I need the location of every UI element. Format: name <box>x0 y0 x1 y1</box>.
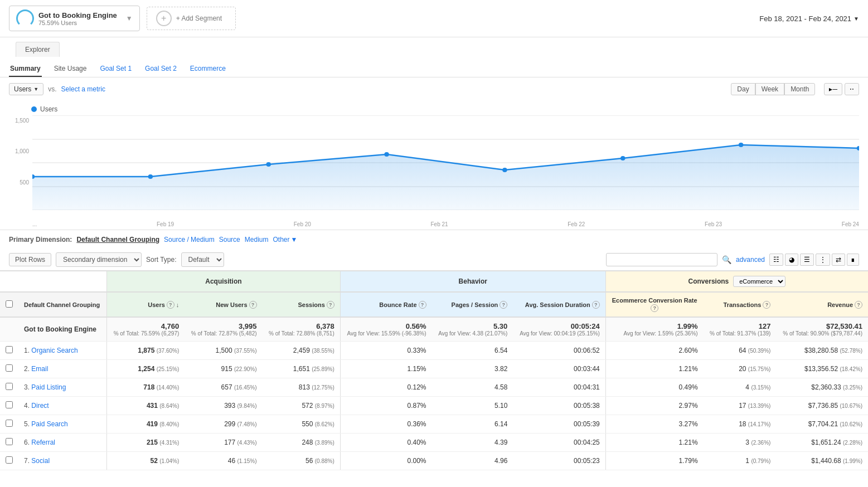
tab-summary[interactable]: Summary <box>9 61 42 77</box>
tab-goal-set-2[interactable]: Goal Set 2 <box>144 61 178 77</box>
channel-grouping-header: Default Channel Grouping <box>18 292 107 317</box>
chart-container: Users 1,500 1,000 500 <box>0 101 868 230</box>
select-metric-link[interactable]: Select a metric <box>61 85 105 93</box>
row5-checkbox-cell[interactable] <box>0 415 18 434</box>
svg-point-10 <box>502 168 507 172</box>
grid-view-button[interactable]: ☷ <box>769 254 783 266</box>
bounce-help-icon[interactable]: ? <box>419 301 426 309</box>
dim-default-channel[interactable]: Default Channel Grouping <box>76 236 159 244</box>
x-label-feb22: Feb 22 <box>568 221 585 227</box>
pivot-view-button[interactable]: ⋮ <box>816 254 830 266</box>
table-row: 2. Email 1,254 (25.15%) 915 (22.90%) 1,6… <box>0 360 868 378</box>
dim-source[interactable]: Source <box>219 236 240 244</box>
dim-medium[interactable]: Medium <box>245 236 269 244</box>
week-button[interactable]: Week <box>755 83 784 95</box>
table-view-button[interactable]: ∎ <box>847 254 859 266</box>
row5-checkbox[interactable] <box>6 420 13 427</box>
row3-checkbox[interactable] <box>6 383 13 390</box>
row6-avg-session: 00:04:25 <box>513 434 605 452</box>
row5-users: 419 (8.40%) <box>107 415 185 434</box>
row6-checkbox[interactable] <box>6 438 13 445</box>
pie-view-button[interactable]: ◕ <box>785 254 798 266</box>
row1-checkbox-cell[interactable] <box>0 342 18 360</box>
bounce-rate-header: Bounce Rate ? <box>340 292 431 317</box>
row7-checkbox[interactable] <box>6 456 13 464</box>
tab-ecommerce[interactable]: Ecommerce <box>189 61 227 77</box>
row2-checkbox[interactable] <box>6 364 13 372</box>
dim-other[interactable]: Other ▼ <box>273 236 297 244</box>
users-help-icon[interactable]: ? <box>167 301 174 309</box>
tab-site-usage[interactable]: Site Usage <box>53 61 88 77</box>
line-chart-button[interactable]: ▸─ <box>824 83 842 95</box>
advanced-link[interactable]: advanced <box>736 256 765 264</box>
secondary-dimension-select[interactable]: Secondary dimension <box>56 252 142 267</box>
search-icon[interactable]: 🔍 <box>722 255 731 264</box>
month-button[interactable]: Month <box>784 83 815 95</box>
metric-select[interactable]: Users ▼ <box>9 83 43 95</box>
row3-checkbox-cell[interactable] <box>0 378 18 397</box>
sort-type-select[interactable]: Default <box>181 252 224 267</box>
row4-avg-session: 00:05:38 <box>513 397 605 415</box>
row7-checkbox-cell[interactable] <box>0 452 18 470</box>
search-input[interactable] <box>606 253 717 266</box>
time-buttons: Day Week Month <box>731 83 815 95</box>
new-users-help-icon[interactable]: ? <box>249 301 257 309</box>
segment-box[interactable]: Got to Booking Engine 75.59% Users ▼ <box>9 6 140 31</box>
compare-view-button[interactable]: ⇄ <box>832 254 845 266</box>
select-all-checkbox[interactable] <box>6 300 13 308</box>
row2-new-users: 915 (22.90%) <box>185 360 262 378</box>
explorer-tab-container: Explorer <box>0 37 868 57</box>
avg-session-help-icon[interactable]: ? <box>592 301 600 309</box>
row4-checkbox-cell[interactable] <box>0 397 18 415</box>
row2-link[interactable]: Email <box>31 365 48 373</box>
row7-pages: 4.96 <box>432 452 513 470</box>
users-header: Users ? ↓ <box>107 292 185 317</box>
dim-source-medium[interactable]: Source / Medium <box>164 236 215 244</box>
ecommerce-select[interactable]: eCommerce <box>733 276 785 287</box>
date-range-text: Feb 18, 2021 - Feb 24, 2021 <box>759 14 851 23</box>
transactions-help-icon[interactable]: ? <box>763 301 770 309</box>
total-checkbox-cell <box>0 317 18 342</box>
x-axis: ... Feb 19 Feb 20 Feb 21 Feb 22 Feb 23 F… <box>9 221 859 230</box>
row4-link[interactable]: Direct <box>31 402 49 410</box>
dimension-label: Primary Dimension: <box>9 236 72 244</box>
row7-link[interactable]: Social <box>31 457 50 465</box>
scatter-chart-button[interactable]: ⋅⋅ <box>845 83 859 95</box>
pages-help-icon[interactable]: ? <box>500 301 507 309</box>
explorer-tab[interactable]: Explorer <box>16 42 60 57</box>
row1-label: 1. Organic Search <box>18 342 107 360</box>
row6-checkbox-cell[interactable] <box>0 434 18 452</box>
row5-link[interactable]: Paid Search <box>31 420 67 428</box>
row3-link[interactable]: Paid Listing <box>31 383 66 391</box>
users-sort-icon[interactable]: ↓ <box>176 301 180 308</box>
row1-checkbox[interactable] <box>6 346 13 353</box>
table-row: 6. Referral 215 (4.31%) 177 (4.43%) 248 … <box>0 434 868 452</box>
row6-link[interactable]: Referral <box>31 439 55 446</box>
total-bounce-rate: 0.56% Avg for View: 15.59% (-96.38%) <box>340 317 431 342</box>
row5-ecom-conv: 3.27% <box>605 415 703 434</box>
transactions-header: Transactions ? <box>704 292 777 317</box>
sessions-help-icon[interactable]: ? <box>327 301 334 309</box>
day-button[interactable]: Day <box>731 83 755 95</box>
ecom-conv-help-icon[interactable]: ? <box>651 304 658 312</box>
plot-rows-button[interactable]: Plot Rows <box>9 253 51 266</box>
col-group-empty <box>0 271 107 293</box>
x-label-feb19: Feb 19 <box>157 221 174 227</box>
revenue-help-icon[interactable]: ? <box>855 301 862 309</box>
pages-session-header: Pages / Session ? <box>432 292 513 317</box>
row2-checkbox-cell[interactable] <box>0 360 18 378</box>
row1-users: 1,875 (37.60%) <box>107 342 185 360</box>
add-segment-label: + Add Segment <box>176 14 222 22</box>
row3-transactions: 4 (3.15%) <box>704 378 777 397</box>
tab-goal-set-1[interactable]: Goal Set 1 <box>99 61 133 77</box>
row1-avg-session: 00:06:52 <box>513 342 605 360</box>
row1-link[interactable]: Organic Search <box>31 347 77 354</box>
list-view-button[interactable]: ☰ <box>800 254 814 266</box>
date-range[interactable]: Feb 18, 2021 - Feb 24, 2021 ▼ <box>759 14 859 23</box>
row7-revenue: $1,440.68 (1.99%) <box>776 452 868 470</box>
row7-ecom-conv: 1.79% <box>605 452 703 470</box>
row2-pages: 3.82 <box>432 360 513 378</box>
add-segment-button[interactable]: + + Add Segment <box>147 7 236 30</box>
add-segment-circle-icon: + <box>156 11 172 26</box>
row4-checkbox[interactable] <box>6 401 13 408</box>
